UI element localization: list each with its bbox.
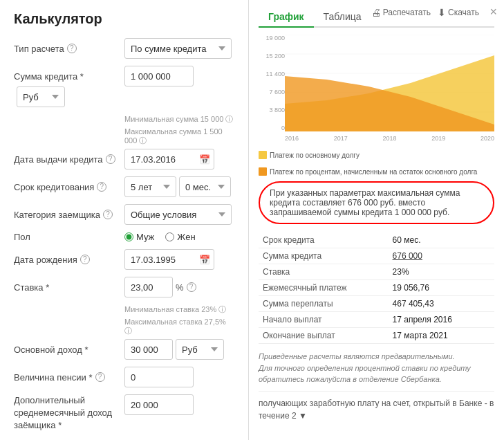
- download-icon: ⬇: [438, 7, 446, 18]
- calc-type-select[interactable]: По сумме кредита: [124, 38, 232, 59]
- gender-row: Пол Муж Жен: [14, 232, 234, 242]
- chart-y-labels: 19 000 15 200 11 400 7 600 3 800 0: [259, 35, 285, 131]
- x-label-5: 2020: [480, 135, 494, 142]
- result-value-5: 17 апреля 2016: [389, 312, 494, 328]
- result-row-0: Срок кредита 60 мес.: [259, 232, 494, 248]
- print-icon: 🖨: [371, 7, 381, 18]
- result-label-0: Срок кредита: [259, 232, 389, 248]
- rate-hint-max: Максимальная ставка 27,5% ⓘ: [124, 318, 234, 336]
- income-currency-select[interactable]: Руб: [176, 339, 224, 360]
- tab-graph[interactable]: График: [259, 7, 314, 28]
- right-panel: × 🖨 Распечатать ⬇ Скачать График Таблица…: [249, 0, 504, 440]
- borrower-select[interactable]: Общие условия: [124, 204, 232, 225]
- gender-male-label[interactable]: Муж: [124, 232, 154, 242]
- extra-income-input[interactable]: [124, 394, 194, 415]
- term-label: Срок кредитования ?: [14, 182, 124, 192]
- result-value-4: 467 405,43: [389, 296, 494, 312]
- income-input[interactable]: [124, 339, 173, 360]
- rate-wrap: % ?: [124, 277, 196, 297]
- rate-row: Ставка * % ?: [14, 277, 234, 297]
- result-value-0: 60 мес.: [389, 232, 494, 248]
- result-row-2: Ставка 23%: [259, 264, 494, 280]
- result-row-5: Начало выплат 17 апреля 2016: [259, 312, 494, 328]
- result-label-4: Сумма переплаты: [259, 296, 389, 312]
- gender-radio-group: Муж Жен: [124, 232, 196, 242]
- print-button[interactable]: 🖨 Распечатать: [371, 7, 431, 18]
- tab-table[interactable]: Таблица: [314, 7, 371, 28]
- result-label-2: Ставка: [259, 264, 389, 280]
- dob-label: Дата рождения ?: [14, 255, 124, 265]
- term-row: Срок кредитования ? 5 лет 0 мес.: [14, 176, 234, 197]
- gender-female-label[interactable]: Жен: [165, 232, 195, 242]
- pension-input[interactable]: [124, 367, 194, 387]
- term-help-icon[interactable]: ?: [97, 182, 106, 192]
- issue-date-input[interactable]: [124, 149, 214, 169]
- dob-row: Дата рождения ? 📅: [14, 249, 234, 270]
- dob-help-icon[interactable]: ?: [80, 255, 90, 264]
- borrower-help-icon[interactable]: ?: [103, 210, 113, 219]
- borrower-label: Категория заемщика ?: [14, 210, 124, 220]
- page-title: Калькулятор: [14, 11, 234, 27]
- chart-area: 19 000 15 200 11 400 7 600 3 800 0 2016 …: [259, 35, 494, 145]
- x-label-3: 2018: [382, 135, 396, 142]
- y-label-6: 19 000: [259, 35, 285, 42]
- gender-male-radio[interactable]: [124, 232, 133, 241]
- gender-female-radio[interactable]: [165, 232, 174, 241]
- download-button[interactable]: ⬇ Скачать: [438, 7, 479, 18]
- result-value-1: 676 000: [389, 248, 494, 264]
- loan-hint-min: Минимальная сумма 15 000 ⓘ: [124, 114, 234, 125]
- result-value-3: 19 056,76: [389, 280, 494, 296]
- income-label: Основной доход *: [14, 345, 124, 355]
- result-label-1: Сумма кредита: [259, 248, 389, 264]
- left-panel: Калькулятор Тип расчета ? По сумме креди…: [0, 0, 249, 440]
- income-row: Основной доход * Руб: [14, 339, 234, 360]
- legend-principal-label: Платеж по основному долгу: [270, 152, 360, 159]
- result-row-1: Сумма кредита 676 000: [259, 248, 494, 264]
- rate-input[interactable]: [124, 277, 173, 297]
- extra-income-label: Дополнительный среднемесячный доход заём…: [14, 394, 124, 432]
- calc-type-help-icon[interactable]: ?: [67, 44, 77, 53]
- issue-date-wrap: 📅: [124, 149, 214, 169]
- results-table: Срок кредита 60 мес. Сумма кредита 676 0…: [259, 232, 494, 344]
- legend-interest: Платеж по процентам, начисленным на оста…: [259, 167, 477, 176]
- rate-help-icon[interactable]: ?: [187, 282, 196, 292]
- result-label-5: Начало выплат: [259, 312, 389, 328]
- warning-text: При указанных параметрах максимальная су…: [270, 188, 460, 217]
- loan-hint-max: Максимальная сумма 1 500 000 ⓘ: [124, 127, 234, 146]
- issue-date-help-icon[interactable]: ?: [106, 154, 115, 164]
- loan-amount-input[interactable]: [124, 66, 194, 86]
- loan-currency-select[interactable]: Руб: [17, 86, 65, 107]
- loan-amount-row: Сумма кредита * Руб: [14, 66, 234, 107]
- result-row-4: Сумма переплаты 467 405,43: [259, 296, 494, 312]
- chart-x-labels: 2016 2017 2018 2019 2020: [259, 135, 494, 142]
- pension-row: Величина пенсии * ?: [14, 367, 234, 387]
- issue-date-label: Дата выдачи кредита ?: [14, 154, 124, 165]
- rate-label: Ставка *: [14, 282, 124, 293]
- rate-hint-min: Минимальная ставка 23% ⓘ: [124, 304, 234, 315]
- pension-label: Величина пенсии * ?: [14, 372, 124, 383]
- result-value-2: 23%: [389, 264, 494, 280]
- result-row-3: Ежемесячный платеж 19 056,76: [259, 280, 494, 296]
- x-label-2: 2017: [334, 135, 348, 142]
- calc-type-row: Тип расчета ? По сумме кредита: [14, 38, 234, 59]
- loan-amount-label: Сумма кредита *: [14, 71, 124, 82]
- scroll-content: получающих заработную плату на счет, отк…: [259, 391, 494, 422]
- borrower-row: Категория заемщика ? Общие условия: [14, 204, 234, 225]
- scroll-text: получающих заработную плату на счет, отк…: [259, 398, 494, 421]
- y-label-2: 3 800: [259, 107, 285, 113]
- dob-input[interactable]: [124, 249, 214, 270]
- chart-legend: Платеж по основному долгу Платеж по проц…: [259, 151, 494, 176]
- result-label-3: Ежемесячный платеж: [259, 280, 389, 296]
- term-years-select[interactable]: 5 лет: [124, 176, 176, 197]
- calc-type-label: Тип расчета ?: [14, 44, 124, 54]
- close-button[interactable]: ×: [489, 6, 497, 18]
- term-months-select[interactable]: 0 мес.: [179, 176, 231, 197]
- gender-label: Пол: [14, 232, 124, 242]
- dob-wrap: 📅: [124, 249, 214, 270]
- y-label-3: 7 600: [259, 89, 285, 95]
- legend-principal: Платеж по основному долгу: [259, 151, 360, 159]
- pension-help-icon[interactable]: ?: [95, 372, 105, 382]
- x-label-4: 2019: [431, 135, 445, 142]
- legend-interest-box: [259, 167, 267, 176]
- y-label-4: 11 400: [259, 71, 285, 77]
